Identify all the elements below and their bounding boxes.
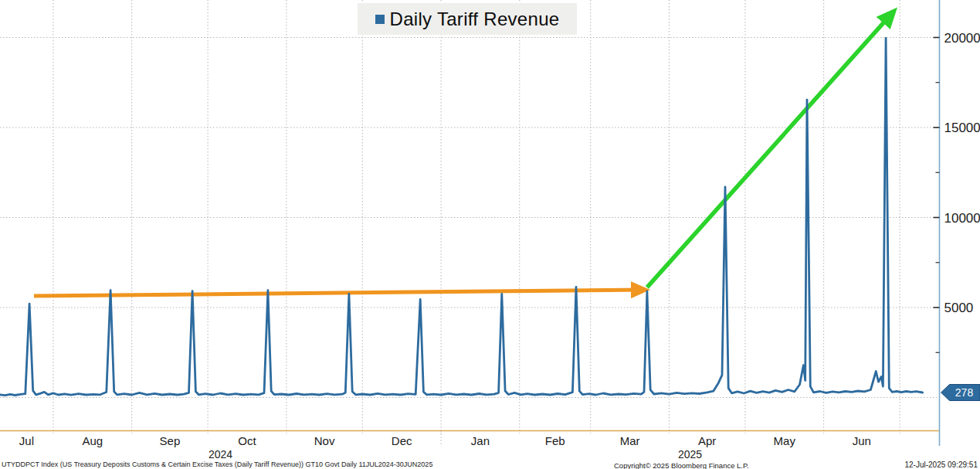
x-axis-month-label: Oct (224, 434, 270, 447)
x-axis-month-label: Jun (839, 434, 885, 447)
chart-timestamp: 12-Jul-2025 09:29:51 (904, 461, 978, 469)
x-axis-month-label: Feb (532, 434, 578, 447)
y-axis-tick-label: 20000 (944, 32, 980, 45)
chart-plot-area[interactable] (0, 0, 980, 469)
x-axis-month-label: Jan (457, 434, 504, 447)
y-axis-tick-label: 5000 (944, 301, 974, 314)
security-description: UTYDDPCT Index (US Treasury Deposits Cus… (2, 461, 432, 468)
x-axis-month-label: Dec (378, 434, 425, 447)
x-axis-month-label: Sep (147, 434, 193, 447)
x-axis-month-label: May (761, 434, 808, 447)
price-line-series (0, 38, 923, 395)
x-axis-year-label: 2025 (663, 448, 717, 461)
x-axis-month-label: Mar (607, 434, 653, 447)
x-axis-month-label: Apr (684, 434, 731, 447)
series-swatch-icon (375, 15, 385, 24)
flat-trend-arrow (34, 290, 645, 296)
bloomberg-chart-window: Daily Tariff Revenue 278 UTYDDPCT Index … (0, 0, 980, 469)
x-axis-month-label: Nov (301, 434, 348, 447)
last-price-badge: 278 (948, 386, 980, 400)
rising-trend-arrow (647, 12, 894, 287)
copyright-notice: Copyright© 2025 Bloomberg Finance L.P. (614, 461, 749, 469)
legend-label: Daily Tariff Revenue (390, 8, 560, 30)
y-axis-tick-label: 10000 (944, 212, 980, 225)
y-axis-tick-label: 15000 (944, 121, 980, 134)
x-axis-year-label: 2024 (194, 448, 248, 461)
x-axis-month-label: Jul (3, 434, 49, 447)
x-axis-month-label: Aug (70, 434, 116, 447)
chart-legend[interactable]: Daily Tariff Revenue (358, 3, 577, 35)
